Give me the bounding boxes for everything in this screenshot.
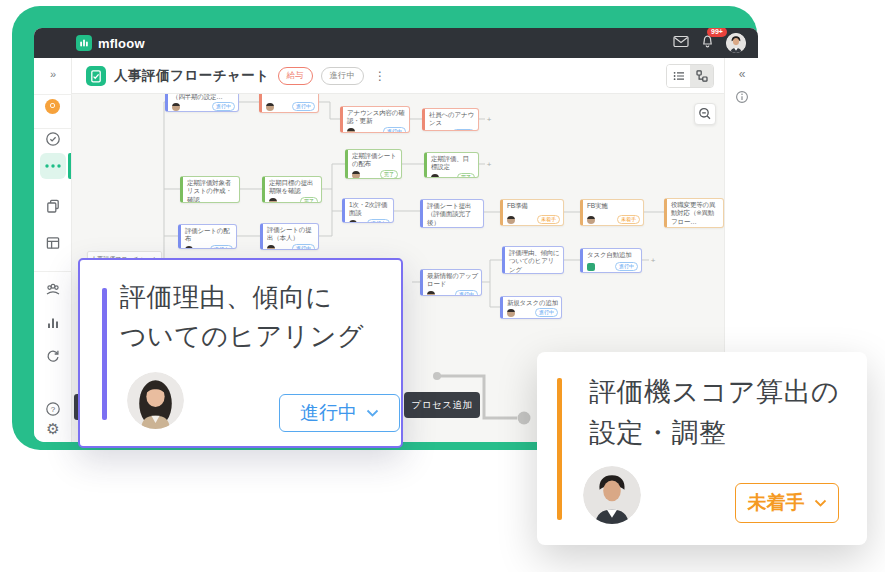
category-badge[interactable]: 給与 [278, 67, 313, 85]
copy-icon[interactable] [45, 198, 61, 214]
status-dropdown-label: 未着手 [748, 490, 805, 516]
screenshot-root: mfloow 99+ 人事評価フローチャート 給与 [0, 0, 885, 572]
kebab-menu-icon[interactable]: ⋮ [374, 69, 386, 83]
reports-icon[interactable] [45, 315, 61, 331]
flow-node[interactable]: 評価シート提出（評価面談完了後）進行中 [420, 199, 484, 228]
flow-node[interactable]: 最新情報のアップロード進行中 [420, 269, 482, 296]
add-process-button[interactable]: プロセス追加 [404, 392, 480, 418]
assignee-avatar [266, 103, 274, 111]
assignee-avatar [349, 220, 357, 223]
node-status-pill[interactable]: 進行中 [452, 129, 475, 131]
card-title: 評価理由、傾向に ついてのヒアリング [120, 278, 364, 356]
node-status-pill[interactable]: 未着手 [697, 227, 720, 228]
node-status-pill[interactable]: 進行中 [292, 102, 315, 111]
settings-gear-icon[interactable]: ⚙ [45, 421, 61, 437]
node-status-pill[interactable]: 完了 [457, 173, 475, 178]
divider [34, 128, 72, 129]
assignee-avatar [185, 246, 193, 249]
sidebar-item-flowchart[interactable] [40, 153, 66, 179]
flow-node[interactable]: アナウンス内容の確認・更新進行中 [340, 106, 410, 133]
node-status-pill[interactable]: 進行中 [212, 102, 235, 111]
node-status-pill[interactable]: 完了 [380, 170, 398, 179]
flow-view-button[interactable] [690, 65, 713, 87]
mail-icon[interactable] [673, 34, 689, 52]
svg-text:+: + [651, 256, 656, 265]
flow-node[interactable]: 定期評価、目標設定完了 [424, 152, 479, 178]
node-status-pill[interactable]: 進行中 [210, 245, 233, 249]
flow-node[interactable]: 社員へのアナウンス進行中 [422, 108, 479, 131]
status-dropdown-pending[interactable]: 未着手 [735, 483, 839, 523]
sync-icon[interactable] [45, 348, 61, 364]
assignee-avatar [347, 128, 355, 133]
flow-node[interactable]: 評価シートの提出（本人）進行中 [260, 223, 319, 250]
flow-node[interactable]: FB準備未着手 [500, 199, 564, 226]
card-accent-bar [102, 288, 107, 420]
assignee-avatar [587, 216, 595, 224]
topbar: mfloow 99+ [34, 28, 758, 58]
node-status-pill[interactable]: 未着手 [617, 215, 640, 224]
node-status-pill[interactable]: 完了 [300, 197, 318, 203]
sidebar-expand-icon[interactable]: » [34, 68, 72, 80]
node-status-pill[interactable]: 進行中 [455, 290, 478, 296]
flow-node[interactable]: 1次・2次評価面談進行中 [342, 198, 394, 223]
task-card-pending[interactable]: 評価機スコア算出の 設定・調整 未着手 [537, 352, 867, 545]
info-icon[interactable] [734, 90, 750, 106]
flow-node[interactable]: 新規タスクの追加進行中 [500, 296, 562, 319]
node-status-pill[interactable]: 進行中 [615, 262, 638, 271]
board-icon[interactable] [45, 235, 61, 251]
flow-node[interactable]: 評価シートの配布進行中 [178, 224, 237, 249]
flowchart-doc-icon [86, 66, 106, 86]
assignee-avatar [431, 174, 439, 178]
node-status-pill[interactable]: 進行中 [383, 127, 406, 133]
assignee-avatar [427, 291, 435, 296]
notifications-button[interactable]: 99+ [700, 34, 715, 53]
flow-node[interactable]: 進行中 [259, 94, 319, 113]
brand: mfloow [76, 35, 145, 51]
view-toggle [666, 64, 714, 88]
mfloow-logo-icon [76, 35, 92, 51]
assignee-avatar [507, 309, 515, 317]
task-card-active[interactable]: 評価理由、傾向に ついてのヒアリング 進行中 [78, 258, 403, 448]
card-accent-bar [557, 378, 562, 520]
assignee-avatar [507, 216, 515, 224]
flow-node[interactable]: 評価理由、傾向についてのヒアリング進行中 [502, 246, 564, 274]
assignee-avatar [269, 198, 277, 203]
flow-node[interactable]: FB実施未着手 [580, 199, 644, 226]
card-title: 評価機スコア算出の 設定・調整 [589, 372, 839, 454]
user-avatar[interactable] [726, 33, 746, 53]
panel-collapse-icon[interactable]: « [734, 67, 750, 83]
automation-icon [587, 263, 595, 271]
workspace-icon[interactable] [45, 99, 60, 114]
assignee-avatar-woman [127, 372, 184, 429]
chevron-down-icon [366, 409, 379, 418]
flow-node[interactable]: 定期評価シートの配布完了 [345, 149, 402, 179]
flow-node[interactable]: 定期目標の提出期限を確認完了 [262, 176, 322, 203]
members-icon[interactable] [45, 281, 61, 297]
sidebar-selected-indicator [68, 153, 71, 179]
assignee-avatar [352, 171, 360, 179]
flow-node[interactable]: タスク自動追加進行中 [580, 248, 642, 273]
status-badge[interactable]: 進行中 [321, 67, 365, 85]
assignee-avatar-man [583, 466, 641, 524]
status-dropdown-label: 進行中 [300, 400, 357, 426]
flow-node[interactable]: 役職変更等の異動対応（※異動フロー…未着手 [664, 198, 724, 228]
node-status-pill[interactable]: 未着手 [537, 215, 560, 224]
assignee-avatar [172, 103, 180, 111]
divider [34, 271, 72, 272]
status-dropdown-active[interactable]: 進行中 [279, 394, 400, 432]
flow-node[interactable]: 定期評価対象者リストの作成・確認完了 [180, 176, 240, 203]
assignee-avatar [267, 245, 275, 250]
tasks-icon[interactable] [45, 131, 61, 147]
list-view-button[interactable] [667, 65, 690, 87]
canvas-zoom-button[interactable] [694, 103, 716, 125]
svg-text:?: ? [51, 405, 56, 414]
node-status-pill[interactable]: 進行中 [535, 308, 558, 317]
svg-text:+: + [487, 160, 492, 169]
help-icon[interactable]: ? [45, 401, 61, 417]
node-status-pill[interactable]: 進行中 [367, 219, 390, 223]
node-status-pill[interactable]: 進行中 [292, 244, 315, 250]
svg-text:+: + [487, 115, 492, 124]
chevron-down-icon [814, 499, 827, 508]
flow-node[interactable]: （四半期の設定…進行中 [165, 94, 239, 112]
assignee-avatar [429, 130, 437, 131]
